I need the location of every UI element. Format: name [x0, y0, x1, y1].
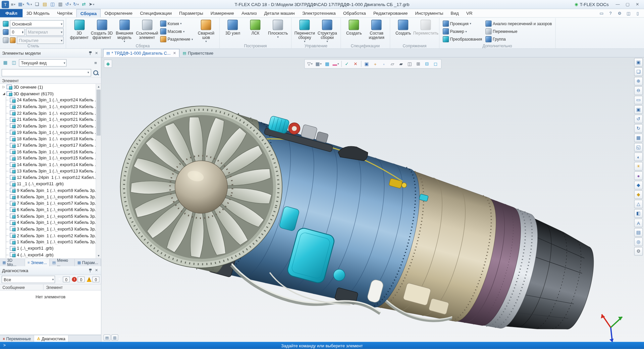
panel-tab[interactable]: ▩ Парам...: [75, 259, 101, 266]
bottom-panel-tab[interactable]: ⚠ Диагностика: [34, 335, 69, 342]
ribbon-big-button[interactable]: ЛСК: [244, 19, 266, 43]
view-tool[interactable]: ◧: [634, 209, 643, 218]
ribbon-small-button[interactable]: Разделение▾: [159, 36, 194, 43]
ribbon-small-button[interactable]: Массив▾: [159, 28, 194, 35]
quick-access-icon[interactable]: ⇄: [80, 1, 88, 8]
tree-item[interactable]: 4 (..\_export\4 .grb): [0, 251, 96, 258]
document-tab[interactable]: ▤ * ТРДДФ-1-000 Двигатель С... ✕: [103, 49, 179, 57]
tree-root-item[interactable]: ◢ 3D фрагмент (6170): [0, 90, 96, 97]
tree-item[interactable]: 1 Кабель 3pin_1 (..\_export\1 Кабель 3р.…: [0, 239, 96, 245]
view-tool[interactable]: ◆: [634, 181, 643, 190]
view-tool[interactable]: ⚙: [634, 247, 643, 256]
ribbon-small-button[interactable]: Преобразования: [441, 36, 483, 43]
tree-item[interactable]: 11 _1 (..\_export\11 .grb): [0, 181, 96, 187]
ribbon-big-button[interactable]: Создать: [392, 19, 414, 43]
viewport-menu-icon[interactable]: ▣: [634, 58, 643, 67]
window-button[interactable]: —: [613, 0, 623, 8]
ribbon-tab[interactable]: 3D Модель: [23, 9, 53, 17]
style-scheme-select[interactable]: Основной: [10, 20, 63, 28]
ribbon-tab[interactable]: Спецификации: [136, 9, 175, 17]
ribbon-tab[interactable]: Анализ: [238, 9, 261, 17]
viewport-tool[interactable]: ▩: [323, 60, 331, 68]
document-tab[interactable]: ▤ Приветствие: [179, 49, 217, 57]
ribbon-tab[interactable]: Вид: [447, 9, 463, 17]
tree-item[interactable]: 14 Кабель 3pin_1 (..\_export\14 Кабель .…: [0, 161, 96, 167]
tree-root-item[interactable]: ▷ 3D сечение (1): [0, 84, 96, 90]
caret-icon[interactable]: ◢: [1, 92, 7, 95]
quick-access-icon[interactable]: ➤▾: [88, 1, 95, 8]
view-tool[interactable]: ↺: [634, 115, 643, 123]
view-tool[interactable]: ↻: [634, 124, 643, 133]
scrollbar-thumb[interactable]: [97, 90, 101, 136]
ribbon-big-button[interactable]: Внешняя модель▾: [113, 19, 136, 43]
ribbon-big-button[interactable]: Состав изделия: [366, 19, 388, 43]
tflex-docs-button[interactable]: ◉ T-FLEX DOCs: [571, 0, 612, 8]
tree-item[interactable]: 3 Кабель 3pin_1 (..\_export\3 Кабель 3р.…: [0, 226, 96, 232]
search-icon[interactable]: [92, 69, 99, 76]
ribbon-tab[interactable]: Редактирование: [370, 9, 412, 17]
viewport-tool[interactable]: ▣: [363, 60, 371, 68]
close-tab-icon[interactable]: ✕: [173, 51, 176, 55]
quick-access-icon[interactable]: ◫: [49, 1, 56, 8]
quick-access-icon[interactable]: ↺▾: [64, 1, 72, 8]
view-tool[interactable]: ◆: [634, 190, 643, 199]
tree-item[interactable]: 9 Кабель 3pin_1 (..\_export\9 Кабель 3р.…: [0, 187, 96, 193]
viewport-tool[interactable]: ◫: [406, 60, 414, 68]
ribbon-big-button[interactable]: Перенести сборку▾: [293, 19, 316, 43]
ribbon-small-button[interactable]: Анализ пересечений и зазоров: [484, 20, 553, 27]
caret-icon[interactable]: ▷: [1, 85, 7, 89]
panel-tab[interactable]: ≡ Элеме...: [25, 259, 50, 266]
scene-settings-icon[interactable]: ◈: [104, 60, 112, 68]
viewport-tool[interactable]: ◻: [431, 60, 439, 68]
view-tool[interactable]: △: [634, 200, 643, 208]
tree-item[interactable]: 19 Кабель 3pin_1 (..\_export\19 Кабель .…: [0, 129, 96, 135]
tree-item[interactable]: 7 Кабель 3pin_1 (..\_export\7 Кабель 3р.…: [0, 200, 96, 206]
pin-icon[interactable]: [88, 268, 92, 273]
view-tool[interactable]: A: [634, 218, 643, 227]
viewport-tool[interactable]: ◦: [380, 60, 388, 68]
viewport-tool[interactable]: +: [371, 60, 379, 68]
view-tool[interactable]: ▣: [634, 105, 643, 114]
window-button[interactable]: ▢: [623, 0, 632, 8]
view-tool[interactable]: ▤: [634, 228, 643, 237]
tree-item[interactable]: 1 (..\_export\1 .grb): [0, 245, 96, 251]
viewport-tool[interactable]: ▦▾: [314, 60, 322, 68]
view-tool[interactable]: ◱: [634, 143, 643, 152]
view-tool[interactable]: ●: [634, 171, 643, 180]
ribbon-tab[interactable]: Оформление: [101, 9, 136, 17]
panel-tab[interactable]: ▤ Меню ...: [50, 259, 75, 266]
tree-scrollbar[interactable]: ▲ ▼: [96, 84, 101, 258]
bottom-panel-tab[interactable]: x Переменные: [0, 335, 34, 342]
quick-access-icon[interactable]: ❏: [33, 1, 41, 8]
ribbon-tab[interactable]: VR: [463, 9, 476, 17]
coating-select[interactable]: Покрытие: [17, 37, 64, 44]
ribbon-right-icon[interactable]: ?: [607, 10, 614, 17]
tree-item[interactable]: 22 Кабель 3pin_1 (..\_export\22 Кабель .…: [0, 110, 96, 116]
ribbon-big-button[interactable]: 3D фрагмент: [68, 19, 90, 43]
quick-access-icon[interactable]: ≡▾: [9, 1, 17, 8]
close-panel-icon[interactable]: ✕: [94, 51, 99, 55]
diagnostics-filter-select[interactable]: Все: [2, 276, 55, 283]
viewport-tool[interactable]: [341, 61, 341, 67]
viewport-tool[interactable]: ✕: [352, 60, 360, 68]
level-spinner[interactable]: 0: [10, 28, 24, 36]
viewport-tool[interactable]: ⊟: [423, 60, 431, 68]
viewport-tool[interactable]: ✓: [343, 60, 351, 68]
search-dropdown-icon[interactable]: ▾: [86, 71, 91, 74]
ribbon-small-button[interactable]: Проекция▾: [441, 20, 483, 27]
ribbon-tab[interactable]: Чертёж: [53, 9, 76, 17]
viewport-tool[interactable]: ▱: [388, 60, 396, 68]
ribbon-big-button[interactable]: Структура сборки▾: [316, 19, 338, 43]
viewport-tool[interactable]: ▽▾: [306, 60, 314, 68]
viewport-tool[interactable]: ⊞: [414, 60, 422, 68]
view-tool[interactable]: ◎: [634, 238, 643, 246]
view-tool[interactable]: ▦: [634, 134, 643, 142]
view-tool[interactable]: ❏: [634, 67, 643, 76]
view-selector[interactable]: Текущий вид: [19, 59, 66, 66]
tree-item[interactable]: 23 Кабель 3pin_1 (..\_export\23 Кабель .…: [0, 103, 96, 109]
quick-access-icon[interactable]: ▥: [57, 1, 64, 8]
pin-icon[interactable]: [88, 51, 92, 56]
ribbon-small-button[interactable]: Группа: [484, 36, 553, 43]
quick-access-icon[interactable]: ▦▾: [17, 1, 25, 8]
quick-access-icon[interactable]: ✎▾: [25, 1, 33, 8]
